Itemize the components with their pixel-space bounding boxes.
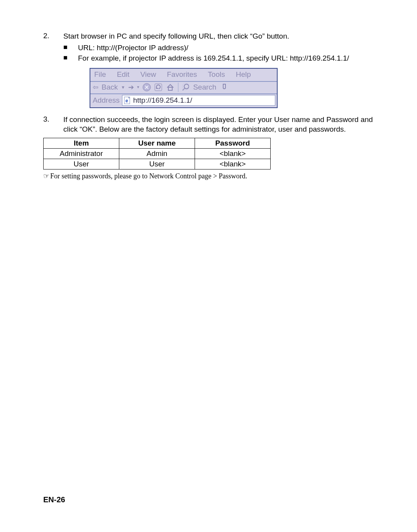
browser-toolbar: ⇦ Back ▼ ➔ ▾ Sear: [90, 82, 277, 94]
footnote: ☞ For setting passwords, please go to Ne…: [43, 172, 374, 180]
square-bullet-icon: ■: [63, 43, 78, 53]
step-text: Start browser in PC and specify followin…: [63, 32, 289, 40]
stop-icon[interactable]: [142, 83, 151, 91]
pointing-hand-icon: ☞: [43, 172, 49, 180]
svg-point-3: [184, 84, 189, 89]
step-2: 2. Start browser in PC and specify follo…: [43, 32, 374, 63]
step-3: 3. If connection succeeds, the login scr…: [43, 115, 374, 134]
refresh-icon[interactable]: [154, 83, 163, 91]
step-number: 3.: [43, 115, 63, 134]
page-number: EN-26: [43, 495, 65, 504]
menu-edit[interactable]: Edit: [117, 70, 130, 79]
favorites-icon[interactable]: [222, 83, 226, 91]
menu-help[interactable]: Help: [236, 70, 251, 79]
table-row: User User <blank>: [44, 159, 271, 169]
td-password: <blank>: [195, 149, 271, 159]
td-item: User: [44, 159, 119, 169]
bullet-item: ■ For example, if projector IP address i…: [63, 53, 374, 63]
credentials-table: Item User name Password Administrator Ad…: [43, 138, 271, 169]
menu-tools[interactable]: Tools: [208, 70, 225, 79]
menu-file[interactable]: File: [94, 70, 106, 79]
menu-favorites[interactable]: Favorites: [167, 70, 197, 79]
browser-menubar: File Edit View Favorites Tools Help: [90, 69, 277, 82]
home-icon[interactable]: [166, 83, 175, 91]
bullet-text: URL: http://(Projector IP address)/: [78, 43, 374, 53]
step-number: 2.: [43, 32, 63, 63]
th-password: Password: [195, 138, 271, 149]
ie-page-icon: e: [124, 97, 131, 104]
browser-screenshot: File Edit View Favorites Tools Help ⇦ Ba…: [90, 68, 278, 108]
table-row: Administrator Admin <blank>: [44, 149, 271, 159]
forward-arrow-icon[interactable]: ➔: [128, 83, 134, 91]
browser-addressbar: Address e http://169.254.1.1/: [90, 94, 277, 107]
toolbar-separator: [178, 83, 178, 92]
td-item: Administrator: [44, 149, 119, 159]
back-button[interactable]: Back: [102, 83, 118, 91]
svg-text:e: e: [125, 98, 128, 103]
th-username: User name: [119, 138, 195, 149]
bullet-item: ■ URL: http://(Projector IP address)/: [63, 43, 374, 53]
step-text: If connection succeeds, the login screen…: [63, 115, 373, 133]
th-item: Item: [44, 138, 119, 149]
svg-rect-2: [168, 87, 172, 90]
menu-view[interactable]: View: [140, 70, 156, 79]
address-field[interactable]: e http://169.254.1.1/: [122, 95, 275, 106]
footnote-text: For setting passwords, please go to Netw…: [50, 172, 247, 180]
td-username: Admin: [119, 149, 195, 159]
search-icon[interactable]: [181, 83, 190, 91]
back-arrow-icon[interactable]: ⇦: [93, 83, 98, 91]
back-dropdown-icon[interactable]: ▼: [121, 85, 125, 90]
square-bullet-icon: ■: [63, 53, 78, 63]
address-label: Address: [93, 96, 120, 105]
td-username: User: [119, 159, 195, 169]
bullet-text: For example, if projector IP address is …: [78, 53, 374, 63]
search-button[interactable]: Search: [193, 83, 216, 91]
forward-dropdown-icon[interactable]: ▾: [137, 85, 139, 90]
address-url: http://169.254.1.1/: [133, 96, 192, 105]
td-password: <blank>: [195, 159, 271, 169]
